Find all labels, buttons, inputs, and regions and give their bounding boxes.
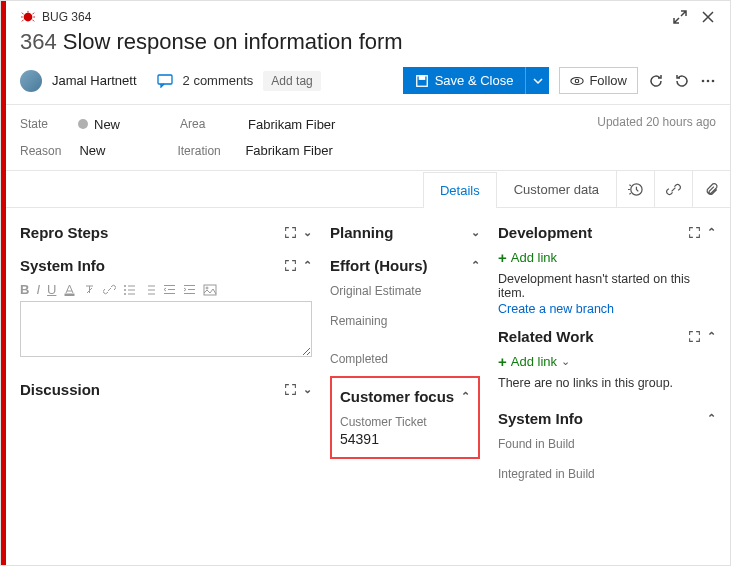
attachments-tab-icon[interactable] bbox=[692, 171, 730, 207]
tab-customer-data[interactable]: Customer data bbox=[497, 171, 616, 207]
assignee-name[interactable]: Jamal Hartnett bbox=[52, 73, 137, 88]
customer-focus-highlight: Customer focus ⌃ Customer Ticket 54391 bbox=[330, 376, 480, 459]
svg-rect-20 bbox=[164, 285, 175, 286]
refresh-icon[interactable] bbox=[648, 73, 664, 89]
effort-heading: Effort (Hours) bbox=[330, 257, 428, 274]
expand-icon[interactable] bbox=[284, 259, 297, 272]
svg-point-4 bbox=[571, 77, 583, 84]
open-full-icon[interactable] bbox=[672, 9, 688, 25]
bug-icon bbox=[20, 9, 36, 25]
underline-icon[interactable]: U bbox=[47, 282, 56, 297]
svg-point-13 bbox=[124, 293, 126, 295]
related-empty-msg: There are no links in this group. bbox=[498, 376, 716, 390]
state-dot-icon bbox=[78, 119, 88, 129]
svg-point-27 bbox=[206, 287, 208, 289]
follow-button[interactable]: Follow bbox=[559, 67, 638, 94]
development-empty-msg: Development hasn't started on this item. bbox=[498, 272, 716, 300]
expand-icon[interactable] bbox=[688, 226, 701, 239]
svg-rect-21 bbox=[168, 289, 175, 290]
svg-point-11 bbox=[124, 285, 126, 287]
svg-rect-16 bbox=[128, 294, 135, 295]
svg-rect-10 bbox=[65, 294, 74, 296]
chevron-up-icon[interactable]: ⌃ bbox=[303, 259, 312, 272]
svg-point-0 bbox=[24, 13, 33, 22]
updated-timestamp: Updated 20 hours ago bbox=[597, 115, 716, 129]
svg-rect-17 bbox=[148, 286, 155, 287]
expand-icon[interactable] bbox=[688, 330, 701, 343]
svg-rect-25 bbox=[184, 293, 195, 294]
bullet-list-icon[interactable] bbox=[123, 283, 136, 296]
chevron-up-icon[interactable]: ⌃ bbox=[471, 259, 480, 272]
reason-value[interactable]: New bbox=[79, 143, 105, 158]
tab-details[interactable]: Details bbox=[423, 172, 497, 208]
remaining-label[interactable]: Remaining bbox=[330, 308, 480, 330]
system-info-heading: System Info bbox=[20, 257, 105, 274]
original-estimate-label[interactable]: Original Estimate bbox=[330, 278, 480, 300]
svg-point-8 bbox=[712, 79, 715, 82]
found-in-build-label[interactable]: Found in Build bbox=[498, 431, 716, 453]
clear-format-icon[interactable] bbox=[83, 283, 96, 296]
svg-rect-18 bbox=[148, 290, 155, 291]
more-actions-icon[interactable] bbox=[700, 73, 716, 89]
font-color-icon[interactable] bbox=[63, 283, 76, 296]
reason-label: Reason bbox=[20, 144, 61, 158]
outdent-icon[interactable] bbox=[163, 283, 176, 296]
comments-count[interactable]: 2 comments bbox=[183, 73, 254, 88]
svg-point-5 bbox=[576, 79, 580, 83]
area-value[interactable]: Fabrikam Fiber bbox=[248, 117, 335, 132]
svg-rect-22 bbox=[164, 293, 175, 294]
discussion-heading: Discussion bbox=[20, 381, 100, 398]
expand-icon[interactable] bbox=[284, 226, 297, 239]
plus-icon: + bbox=[498, 353, 507, 370]
development-heading: Development bbox=[498, 224, 592, 241]
save-button-label: Save & Close bbox=[435, 73, 514, 88]
chevron-down-icon[interactable]: ⌄ bbox=[303, 226, 312, 239]
iteration-value[interactable]: Fabrikam Fiber bbox=[245, 143, 332, 158]
image-icon[interactable] bbox=[203, 284, 217, 296]
work-item-title[interactable]: Slow response on information form bbox=[63, 29, 403, 54]
chevron-down-icon: ⌄ bbox=[561, 355, 570, 368]
svg-point-7 bbox=[707, 79, 710, 82]
link-icon[interactable] bbox=[103, 283, 116, 296]
svg-rect-3 bbox=[419, 75, 424, 79]
add-link-related[interactable]: +Add link ⌄ bbox=[498, 349, 716, 374]
planning-heading: Planning bbox=[330, 224, 393, 241]
save-dropdown-button[interactable] bbox=[525, 67, 549, 94]
customer-ticket-value[interactable]: 54391 bbox=[340, 431, 470, 447]
history-tab-icon[interactable] bbox=[616, 171, 654, 207]
bold-icon[interactable]: B bbox=[20, 282, 29, 297]
chevron-up-icon[interactable]: ⌃ bbox=[707, 330, 716, 343]
related-work-heading: Related Work bbox=[498, 328, 594, 345]
comment-icon[interactable] bbox=[157, 74, 173, 88]
area-label: Area bbox=[180, 117, 230, 131]
completed-label[interactable]: Completed bbox=[330, 346, 480, 368]
state-label: State bbox=[20, 117, 60, 131]
links-tab-icon[interactable] bbox=[654, 171, 692, 207]
add-link-development[interactable]: +Add link bbox=[498, 245, 716, 270]
chevron-down-icon[interactable]: ⌄ bbox=[471, 226, 480, 239]
state-value[interactable]: New bbox=[78, 115, 120, 133]
revert-icon[interactable] bbox=[674, 73, 690, 89]
svg-rect-15 bbox=[128, 290, 135, 291]
chevron-up-icon[interactable]: ⌃ bbox=[707, 412, 716, 425]
close-icon[interactable] bbox=[700, 9, 716, 25]
chevron-up-icon[interactable]: ⌃ bbox=[461, 390, 470, 403]
avatar[interactable] bbox=[20, 70, 42, 92]
integrated-in-build-label[interactable]: Integrated in Build bbox=[498, 461, 716, 483]
work-item-type-label: BUG 364 bbox=[42, 10, 91, 24]
customer-focus-heading: Customer focus bbox=[340, 388, 454, 405]
create-branch-link[interactable]: Create a new branch bbox=[498, 302, 716, 316]
add-tag-button[interactable]: Add tag bbox=[263, 71, 320, 91]
expand-icon[interactable] bbox=[284, 383, 297, 396]
repro-steps-heading: Repro Steps bbox=[20, 224, 108, 241]
number-list-icon[interactable] bbox=[143, 283, 156, 296]
chevron-up-icon[interactable]: ⌃ bbox=[707, 226, 716, 239]
save-and-close-button[interactable]: Save & Close bbox=[403, 67, 526, 94]
chevron-down-icon[interactable]: ⌄ bbox=[303, 383, 312, 396]
indent-icon[interactable] bbox=[183, 283, 196, 296]
svg-rect-1 bbox=[158, 75, 172, 84]
svg-rect-14 bbox=[128, 286, 135, 287]
svg-point-12 bbox=[124, 289, 126, 291]
italic-icon[interactable]: I bbox=[36, 282, 40, 297]
system-info-textarea[interactable] bbox=[20, 301, 312, 357]
